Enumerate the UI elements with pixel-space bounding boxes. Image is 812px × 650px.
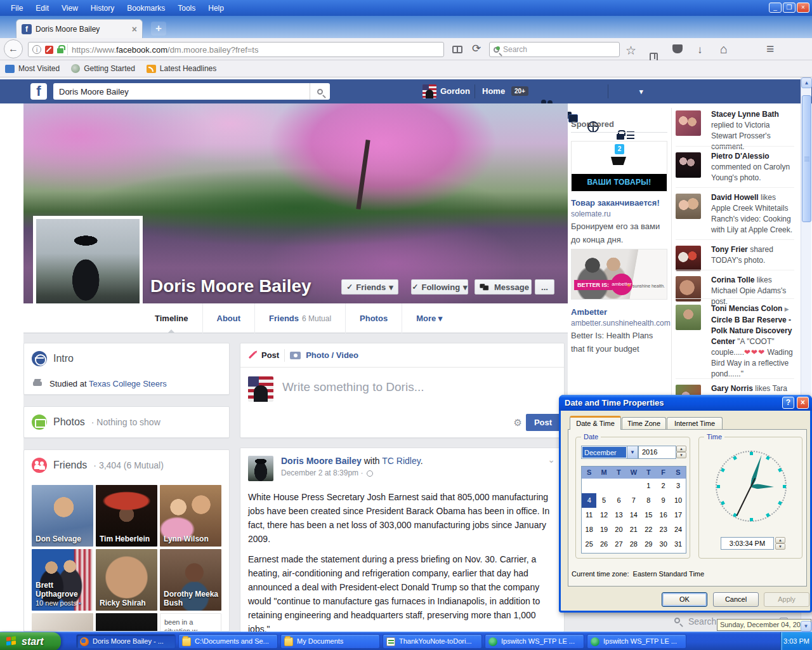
gear-icon[interactable]: ⚙ bbox=[514, 417, 522, 428]
month-dropdown[interactable]: December ▼ bbox=[581, 446, 638, 459]
calendar-day[interactable]: 5 bbox=[596, 493, 611, 508]
account-caret-icon[interactable]: ▾ bbox=[639, 83, 643, 100]
calendar-day[interactable]: 16 bbox=[656, 508, 671, 522]
year-spinner[interactable]: ▲▼ bbox=[676, 446, 686, 458]
nav-profile-link[interactable]: Gordon bbox=[440, 83, 470, 100]
calendar-day[interactable]: 8 bbox=[641, 493, 656, 508]
taskbar-task-explorer[interactable]: C:\Documents and Se... bbox=[178, 634, 278, 649]
calendar-day[interactable]: 27 bbox=[612, 537, 626, 552]
calendar-day[interactable]: 31 bbox=[671, 537, 685, 552]
friend-tile[interactable]: Ricky Shirah bbox=[96, 549, 157, 611]
calendar-day[interactable] bbox=[612, 479, 626, 493]
browser-search-box[interactable]: Search bbox=[489, 42, 620, 57]
tab-photos[interactable]: Photos bbox=[345, 303, 402, 333]
adblock-icon[interactable] bbox=[45, 46, 53, 54]
calendar-day[interactable]: 30 bbox=[656, 537, 671, 552]
composer-placeholder[interactable]: Write something to Doris... bbox=[282, 380, 424, 394]
tab-time-zone[interactable]: Time Zone bbox=[622, 417, 666, 430]
calendar-day[interactable]: 18 bbox=[582, 522, 596, 537]
facebook-search-value[interactable]: Doris Moore Bailey bbox=[53, 87, 310, 96]
spin-up-icon[interactable]: ▲ bbox=[676, 446, 686, 452]
calendar-day[interactable]: 13 bbox=[612, 508, 626, 522]
spin-down-icon[interactable]: ▼ bbox=[676, 452, 686, 458]
bookmark-getting-started[interactable]: Getting Started bbox=[71, 64, 135, 73]
calendar-day[interactable]: 1 bbox=[641, 479, 656, 493]
bookmark-most-visited[interactable]: Most Visited bbox=[5, 64, 60, 73]
scrollbar-up-arrow[interactable]: ▲ bbox=[801, 77, 812, 88]
start-button[interactable]: start bbox=[0, 632, 61, 650]
post-author-avatar[interactable] bbox=[248, 456, 273, 481]
menu-edit[interactable]: Edit bbox=[30, 2, 55, 15]
composer-tab-post[interactable]: Post bbox=[261, 350, 279, 360]
calendar-day[interactable]: 24 bbox=[671, 522, 685, 537]
menu-bookmarks[interactable]: Bookmarks bbox=[121, 2, 171, 15]
bookmark-latest-headlines[interactable]: Latest Headlines bbox=[147, 64, 216, 73]
year-field[interactable]: 2016 bbox=[638, 446, 676, 459]
post-author-link[interactable]: Doris Moore Bailey bbox=[281, 456, 362, 466]
menu-tools[interactable]: Tools bbox=[172, 2, 201, 15]
facebook-search-button[interactable] bbox=[310, 83, 330, 100]
calendar-day[interactable]: 9 bbox=[656, 493, 671, 508]
calendar-day[interactable]: 23 bbox=[656, 522, 671, 537]
url-text[interactable]: https://www.facebook.com/dm.moore.bailey… bbox=[72, 45, 258, 55]
ticker-item[interactable]: Gary Norris likes Tara bbox=[676, 383, 796, 394]
calendar-day[interactable] bbox=[626, 479, 641, 493]
sponsored-ad-image[interactable]: 2 ВАШИ ТОВАРЫ! bbox=[571, 141, 667, 192]
facebook-logo[interactable]: f bbox=[30, 83, 47, 100]
tab-date-time[interactable]: Date & Time bbox=[570, 416, 621, 430]
time-spinner[interactable]: ▲▼ bbox=[775, 537, 785, 550]
post-submit-button[interactable]: Post bbox=[526, 414, 560, 431]
system-tray-clock[interactable]: 3:03 PM bbox=[780, 632, 812, 650]
ticker-item[interactable]: Pietro D'Alessio commented on Carolyn Yo… bbox=[676, 151, 796, 183]
bookmark-star-icon[interactable]: ☆ bbox=[625, 43, 636, 58]
spin-up-icon[interactable]: ▲ bbox=[775, 537, 785, 543]
calendar-day[interactable]: 17 bbox=[671, 508, 685, 522]
home-icon[interactable]: ⌂ bbox=[720, 42, 728, 56]
back-button[interactable]: ← bbox=[4, 39, 23, 58]
calendar-day[interactable]: 3 bbox=[671, 479, 685, 493]
tab-more[interactable]: More ▾ bbox=[402, 303, 456, 333]
calendar-day[interactable]: 7 bbox=[626, 493, 641, 508]
friend-tile[interactable]: Dorothy Meeka Bush bbox=[160, 549, 221, 611]
calendar-day[interactable]: 28 bbox=[626, 537, 641, 552]
cancel-button[interactable]: Cancel bbox=[713, 592, 759, 607]
pocket-icon[interactable] bbox=[672, 44, 683, 53]
menu-history[interactable]: History bbox=[85, 2, 120, 15]
sponsored-ad-image[interactable]: BETTER IS: ambetter ☀ sunshine health. bbox=[571, 249, 667, 300]
scrollbar-thumb[interactable] bbox=[802, 95, 811, 222]
user-avatar[interactable] bbox=[422, 84, 436, 98]
post-tagged-link[interactable]: TC Ridley bbox=[382, 456, 420, 466]
taskbar-task-ftp[interactable]: Ipswitch WS_FTP LE ... bbox=[485, 634, 584, 649]
ticker-item[interactable]: David Howell likes Apple Creek Whitetail… bbox=[676, 192, 796, 235]
tab-about[interactable]: About bbox=[202, 303, 255, 333]
tab-internet-time[interactable]: Internet Time bbox=[667, 417, 723, 430]
taskbar-task-my-documents[interactable]: My Documents bbox=[280, 634, 380, 649]
composer-tab-photo-video[interactable]: Photo / Video bbox=[306, 350, 358, 360]
tab-timeline[interactable]: Timeline bbox=[141, 303, 202, 333]
calendar-day[interactable] bbox=[582, 479, 596, 493]
browser-tab[interactable]: f Doris Moore Bailey × bbox=[16, 19, 143, 38]
calendar-day[interactable]: 10 bbox=[671, 493, 685, 508]
menu-help[interactable]: Help bbox=[202, 2, 230, 15]
spin-down-icon[interactable]: ▼ bbox=[775, 543, 785, 550]
reader-mode-icon[interactable] bbox=[452, 46, 462, 53]
tab-close-icon[interactable]: × bbox=[132, 24, 137, 34]
taskbar-task-document[interactable]: ThankYouNote-toDori... bbox=[383, 634, 482, 649]
tab-friends[interactable]: Friends6 Mutual bbox=[254, 303, 345, 333]
privacy-shortcuts-icon[interactable] bbox=[617, 134, 624, 140]
friend-tile[interactable]: Tim Heberlein bbox=[96, 485, 157, 547]
ok-button[interactable]: OK bbox=[662, 592, 707, 607]
new-tab-button[interactable]: + bbox=[151, 22, 166, 36]
calendar-day[interactable] bbox=[596, 479, 611, 493]
ad-title-link[interactable]: Товар заканчивается! bbox=[571, 198, 660, 208]
message-button[interactable]: Message bbox=[475, 279, 532, 295]
following-button[interactable]: ✓Following▾ bbox=[411, 279, 468, 295]
friend-tile[interactable]: Don Selvage bbox=[32, 485, 93, 547]
friend-tile[interactable] bbox=[32, 613, 93, 632]
reload-icon[interactable]: ⟳ bbox=[472, 42, 481, 55]
calendar-day[interactable]: 19 bbox=[596, 522, 611, 537]
dialog-titlebar[interactable]: Date and Time Properties bbox=[559, 395, 812, 411]
friend-tile[interactable]: Brett Upthagrove10 new posts • bbox=[32, 549, 93, 611]
hamburger-menu-icon[interactable]: ≡ bbox=[766, 41, 774, 56]
more-options-button[interactable]: ... bbox=[535, 279, 554, 295]
